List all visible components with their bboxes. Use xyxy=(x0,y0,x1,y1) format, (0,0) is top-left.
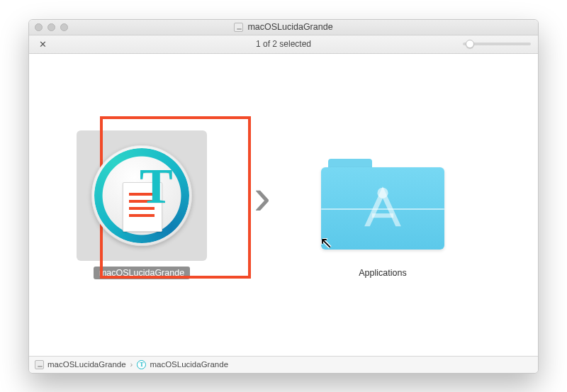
letter-t-icon: T xyxy=(140,158,173,215)
close-button[interactable] xyxy=(35,23,43,31)
svg-rect-1 xyxy=(372,213,393,218)
chevron-right-icon: › xyxy=(130,360,133,369)
traffic-lights xyxy=(35,23,68,31)
titlebar: macOSLucidaGrande xyxy=(29,20,538,35)
disk-icon xyxy=(35,360,44,369)
path-segment-label: macOSLucidaGrande xyxy=(150,360,228,369)
arrow-icon: › xyxy=(254,167,271,225)
slider-track xyxy=(463,43,531,45)
app-mini-icon: T xyxy=(137,360,146,369)
path-segment-0[interactable]: macOSLucidaGrande xyxy=(35,360,126,369)
icon-size-slider[interactable] xyxy=(463,43,531,45)
slider-thumb[interactable] xyxy=(466,40,474,48)
window-title-wrap: macOSLucidaGrande xyxy=(35,22,532,32)
minimize-button[interactable] xyxy=(47,23,55,31)
folder-icon-tile: ↖ xyxy=(318,130,448,261)
path-segment-1[interactable]: T macOSLucidaGrande xyxy=(137,360,228,369)
alias-arrow-icon: ↖ xyxy=(320,234,332,252)
toolbar: ✕ 1 of 2 selected xyxy=(29,35,538,54)
crossed-tools-icon: ✕ xyxy=(39,39,47,50)
app-icon: T xyxy=(91,145,192,246)
app-item[interactable]: T macOSLucidaGrande xyxy=(71,130,213,279)
svg-point-0 xyxy=(377,187,388,198)
window-title: macOSLucidaGrande xyxy=(247,22,332,32)
toolbar-action-button[interactable]: ✕ xyxy=(35,37,50,51)
app-icon-tile: T xyxy=(77,130,207,261)
selection-status: 1 of 2 selected xyxy=(256,39,311,49)
zoom-button[interactable] xyxy=(60,23,68,31)
finder-window: macOSLucidaGrande ✕ 1 of 2 selected T xyxy=(28,19,539,374)
applications-folder-icon: ↖ xyxy=(321,159,444,250)
path-bar: macOSLucidaGrande › T macOSLucidaGrande xyxy=(29,356,538,373)
path-segment-label: macOSLucidaGrande xyxy=(47,360,126,369)
disk-icon xyxy=(234,23,243,32)
applications-folder-item[interactable]: ↖ Applications xyxy=(312,130,454,279)
app-item-label: macOSLucidaGrande xyxy=(94,267,190,279)
folder-item-label: Applications xyxy=(353,267,412,279)
content-area[interactable]: T macOSLucidaGrande › xyxy=(29,54,538,356)
